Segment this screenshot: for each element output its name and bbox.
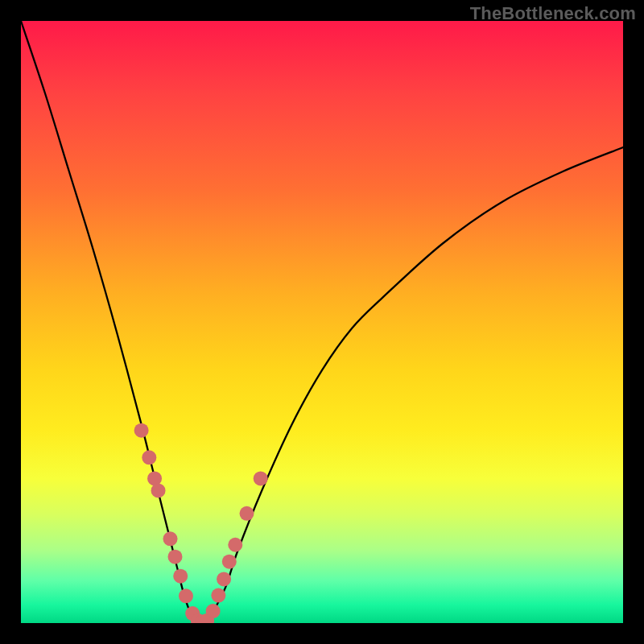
plot-area (21, 21, 623, 623)
marker-point (254, 471, 268, 485)
marker-point (134, 423, 149, 438)
marker-point (179, 588, 193, 603)
marker-point (167, 550, 182, 564)
marker-point (222, 555, 237, 569)
chart-svg (21, 21, 623, 623)
marker-point (173, 569, 188, 584)
bottleneck-curve (21, 21, 623, 623)
watermark-text: TheBottleneck.com (470, 3, 636, 24)
curve-layer (21, 21, 623, 623)
marker-point (217, 572, 231, 586)
marker-point (240, 506, 254, 521)
chart-container: TheBottleneck.com (0, 0, 644, 644)
marker-point (163, 531, 178, 546)
marker-point (151, 483, 166, 497)
marker-point (142, 450, 156, 464)
marker-point (211, 588, 225, 603)
marker-point (206, 604, 221, 618)
marker-point (228, 538, 242, 552)
